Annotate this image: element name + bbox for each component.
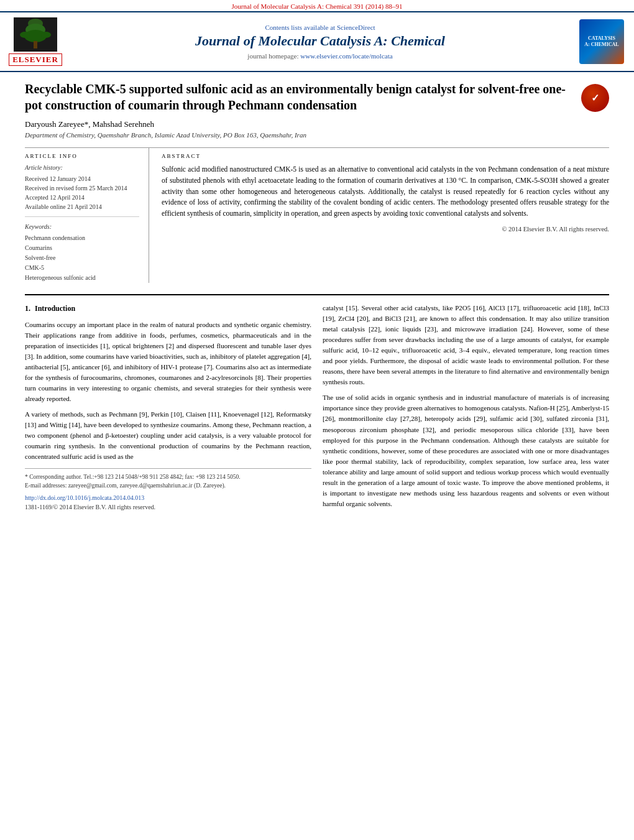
article-info-col: ARTICLE INFO Article history: Received 1… (25, 148, 149, 283)
sciencedirect-link[interactable]: ScienceDirect (337, 24, 375, 31)
keyword-4: CMK-5 (25, 263, 139, 273)
intro-heading: 1. Introduction (25, 303, 311, 315)
elsevier-label: ELSEVIER (9, 53, 62, 66)
revised-date: Received in revised form 25 March 2014 (25, 183, 139, 193)
left-column: 1. Introduction Coumarins occupy an impo… (25, 303, 311, 514)
keywords-label: Keywords: (25, 223, 139, 230)
contents-line: Contents lists available at ScienceDirec… (71, 24, 569, 31)
journal-title: Journal of Molecular Catalysis A: Chemic… (71, 33, 569, 49)
svg-point-5 (20, 32, 30, 38)
svg-point-6 (41, 32, 51, 38)
catalysis-logo: CATALYSISA: CHEMICAL (577, 19, 627, 64)
main-content: 1. Introduction Coumarins occupy an impo… (25, 294, 609, 514)
keyword-2: Coumarins (25, 243, 139, 253)
abstract-text: Sulfonic acid modified nanostructured CM… (162, 164, 609, 219)
elsevier-tree-image (14, 17, 57, 52)
doi-line[interactable]: http://dx.doi.org/10.1016/j.molcata.2014… (25, 493, 311, 502)
keywords-section: Keywords: Pechmann condensation Coumarin… (25, 223, 139, 283)
journal-banner: Journal of Molecular Catalysis A: Chemic… (0, 0, 634, 11)
affiliation: Department of Chemistry, Qaemshahr Branc… (25, 131, 575, 139)
email-note: E-mail addresses: zareyee@gmail.com, zar… (25, 481, 311, 490)
history-label: Article history: (25, 164, 139, 171)
paper-title-section: Recyclable CMK-5 supported sulfonic acid… (25, 81, 609, 139)
homepage-line: journal homepage: www.elsevier.com/locat… (71, 52, 569, 60)
journal-header: ELSEVIER Contents lists available at Sci… (0, 11, 634, 72)
copyright-line: © 2014 Elsevier B.V. All rights reserved… (162, 226, 609, 233)
abstract-col: ABSTRACT Sulfonic acid modified nanostru… (162, 148, 609, 283)
issn-line: 1381-1169/© 2014 Elsevier B.V. All right… (25, 502, 311, 512)
elsevier-logo: ELSEVIER (7, 17, 63, 66)
footnote-section: * Corresponding author. Tel.:+98 123 214… (25, 468, 311, 512)
paper-title-block: Recyclable CMK-5 supported sulfonic acid… (25, 81, 575, 139)
online-date: Available online 21 April 2014 (25, 202, 139, 211)
keyword-5: Heterogeneous sulfonic acid (25, 273, 139, 283)
right-column: catalyst [15]. Several other acid cataly… (323, 303, 609, 514)
keyword-3: Solvent-free (25, 253, 139, 263)
article-body: Recyclable CMK-5 supported sulfonic acid… (0, 72, 634, 527)
header-center: Contents lists available at ScienceDirec… (71, 24, 569, 59)
right-para-1: catalyst [15]. Several other acid cataly… (323, 303, 609, 387)
homepage-link[interactable]: www.elsevier.com/locate/molcata (300, 52, 392, 60)
article-info-heading: ARTICLE INFO (25, 153, 139, 159)
corresponding-author-note: * Corresponding author. Tel.:+98 123 214… (25, 473, 311, 481)
paper-title: Recyclable CMK-5 supported sulfonic acid… (25, 81, 575, 113)
received-date: Received 12 January 2014 (25, 174, 139, 183)
right-para-2: The use of solid acids in organic synthe… (323, 392, 609, 509)
banner-text: Journal of Molecular Catalysis A: Chemic… (232, 2, 403, 10)
intro-para-1: Coumarins occupy an important place in t… (25, 320, 311, 404)
intro-para-2: A variety of methods, such as Pechmann [… (25, 409, 311, 462)
catalysis-logo-image: CATALYSISA: CHEMICAL (579, 19, 624, 64)
keyword-1: Pechmann condensation (25, 233, 139, 243)
abstract-heading: ABSTRACT (162, 153, 609, 159)
crossmark-logo: ✓ (581, 84, 609, 112)
info-abstract-section: ARTICLE INFO Article history: Received 1… (25, 147, 609, 283)
accepted-date: Accepted 12 April 2014 (25, 193, 139, 202)
svg-rect-4 (34, 41, 37, 48)
article-history-group: Article history: Received 12 January 201… (25, 164, 139, 217)
authors: Daryoush Zareyee*, Mahshad Serehneh (25, 119, 575, 129)
